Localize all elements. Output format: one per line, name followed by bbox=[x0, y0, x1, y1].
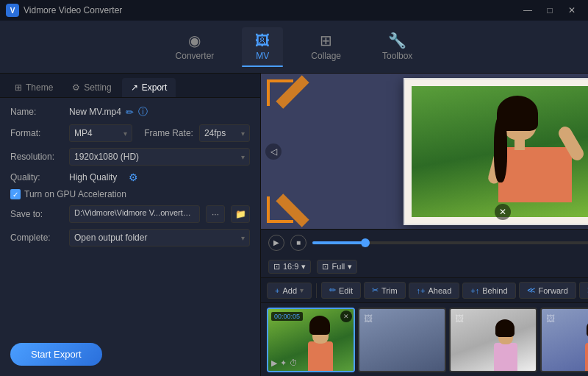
edit-icon: ✏ bbox=[329, 285, 336, 295]
timeline-item-1[interactable]: 00:00:05 ✕ ▶ ✦ ⏱ bbox=[267, 308, 355, 372]
timeline-thumb-4: 🖼 bbox=[542, 309, 588, 371]
progress-fill bbox=[312, 241, 365, 244]
aspect-ratio-value: 16:9 bbox=[283, 262, 298, 271]
backward-button[interactable]: ≫ Backward bbox=[579, 282, 588, 299]
tab-mv[interactable]: 🖼 MV bbox=[242, 27, 283, 67]
edit-name-icon[interactable]: ✏ bbox=[126, 107, 134, 118]
converter-icon: ◉ bbox=[188, 33, 201, 48]
collage-icon: ⊞ bbox=[320, 33, 332, 48]
ahead-button[interactable]: ↑+ Ahead bbox=[409, 283, 460, 299]
info-icon[interactable]: ⓘ bbox=[138, 105, 148, 118]
trim-button[interactable]: ✂ Trim bbox=[364, 282, 406, 299]
tab-toolbox[interactable]: 🔧 Toolbox bbox=[369, 27, 426, 67]
timeline-item-4[interactable]: 🖼 bbox=[540, 308, 588, 372]
sub-tab-theme-label: Theme bbox=[26, 82, 53, 93]
forward-button[interactable]: ≪ Forward bbox=[519, 282, 576, 299]
toolbar: + Add ▾ ✏ Edit ✂ Trim ↑+ Ahead +↑ Behind bbox=[261, 277, 588, 302]
trim-label: Trim bbox=[381, 286, 398, 295]
aspect-ratio-select[interactable]: ⊡ 16:9 ▾ bbox=[268, 260, 311, 274]
photo-icon-4: 🖼 bbox=[546, 313, 555, 324]
trim-icon: ✂ bbox=[372, 285, 379, 295]
behind-icon: +↑ bbox=[470, 286, 479, 295]
add-chevron: ▾ bbox=[300, 286, 304, 294]
sub-tab-export[interactable]: ↗ Export bbox=[122, 78, 176, 97]
sub-tab-setting-label: Setting bbox=[84, 82, 111, 93]
photo-inner bbox=[412, 86, 588, 217]
minimize-button[interactable]: — bbox=[517, 3, 538, 18]
tab-mv-label: MV bbox=[256, 51, 269, 61]
behind-button[interactable]: +↑ Behind bbox=[462, 283, 515, 299]
complete-label: Complete: bbox=[10, 233, 63, 243]
aspect-icon: ⊡ bbox=[273, 262, 280, 272]
toolbar-divider-1 bbox=[316, 283, 317, 298]
fit-mode-select[interactable]: ⊡ Full ▾ bbox=[317, 260, 357, 274]
app-title: Vidmore Video Converter bbox=[24, 5, 122, 15]
resolution-row: Resolution: 1920x1080 (HD) ▾ bbox=[10, 148, 250, 166]
saveto-label: Save to: bbox=[10, 209, 63, 219]
timeline-item-1-time: 00:00:05 bbox=[271, 312, 303, 321]
progress-bar[interactable] bbox=[312, 241, 588, 244]
framerate-select[interactable]: 24fps ▾ bbox=[199, 124, 250, 142]
setting-icon: ⚙ bbox=[72, 82, 80, 93]
add-button[interactable]: + Add ▾ bbox=[267, 283, 312, 299]
framerate-value: 24fps bbox=[204, 128, 226, 138]
app-icon: V bbox=[6, 4, 19, 17]
mv-icon: 🖼 bbox=[255, 33, 270, 48]
framerate-label: Frame Rate: bbox=[144, 128, 193, 138]
complete-chevron: ▾ bbox=[241, 234, 245, 242]
maximize-button[interactable]: □ bbox=[539, 3, 560, 18]
timeline-thumb-3: 🖼 bbox=[451, 309, 536, 371]
edit-button[interactable]: ✏ Edit bbox=[321, 282, 361, 299]
tab-converter[interactable]: ◉ Converter bbox=[162, 27, 228, 67]
preview-close-button[interactable]: ✕ bbox=[495, 204, 511, 220]
timeline-item-3[interactable]: 🖼 bbox=[449, 308, 537, 372]
sub-tabs: ⊞ Theme ⚙ Setting ↗ Export bbox=[0, 74, 260, 98]
timeline: 00:00:05 ✕ ▶ ✦ ⏱ 🖼 🖼 bbox=[261, 302, 588, 376]
quality-label: Quality: bbox=[10, 172, 63, 182]
photo-icon-3: 🖼 bbox=[455, 313, 464, 324]
preview-prev-button[interactable]: ◁ bbox=[265, 143, 282, 160]
quality-gear-icon[interactable]: ⚙ bbox=[129, 171, 138, 183]
controls-row2: ⊡ 16:9 ▾ ⊡ Full ▾ Start Export bbox=[261, 255, 588, 277]
timeline-item-1-close[interactable]: ✕ bbox=[340, 311, 352, 322]
resolution-label: Resolution: bbox=[10, 152, 63, 162]
preview-background: ◁ ▷ bbox=[261, 74, 588, 229]
resolution-value: 1920x1080 (HD) bbox=[74, 152, 139, 162]
player-controls: ▶ ■ 00:00:03.23/00:00:20.00 🔊 bbox=[261, 229, 588, 255]
sub-tab-theme[interactable]: ⊞ Theme bbox=[6, 78, 62, 97]
gpu-checkbox[interactable]: ✓ Turn on GPU Acceleration bbox=[10, 189, 126, 199]
tab-collage[interactable]: ⊞ Collage bbox=[298, 27, 354, 67]
play-button[interactable]: ▶ bbox=[268, 235, 284, 251]
timeline-thumb-2: 🖼 bbox=[359, 309, 445, 371]
complete-select[interactable]: Open output folder ▾ bbox=[69, 229, 250, 246]
quality-value: High Quality bbox=[69, 172, 117, 182]
gpu-checkbox-box[interactable]: ✓ bbox=[10, 189, 21, 199]
timeline-item-2[interactable]: 🖼 bbox=[358, 308, 446, 372]
play-small-icon: ▶ bbox=[271, 358, 277, 368]
start-export-left-button[interactable]: Start Export bbox=[10, 343, 102, 366]
complete-value: Open output folder bbox=[74, 233, 147, 243]
name-value-row: New MV.mp4 ✏ ⓘ bbox=[69, 105, 148, 118]
sub-tab-setting[interactable]: ⚙ Setting bbox=[63, 78, 120, 97]
clock-icon: ⏱ bbox=[290, 358, 298, 368]
name-value: New MV.mp4 bbox=[69, 107, 121, 117]
stop-button[interactable]: ■ bbox=[290, 235, 306, 251]
title-bar: V Vidmore Video Converter — □ ✕ bbox=[0, 0, 588, 21]
resolution-select[interactable]: 1920x1080 (HD) ▾ bbox=[69, 148, 250, 166]
title-bar-controls: — □ ✕ bbox=[517, 3, 582, 18]
format-select[interactable]: MP4 ▾ bbox=[69, 124, 132, 142]
export-form: Name: New MV.mp4 ✏ ⓘ Format: MP4 ▾ Frame… bbox=[0, 98, 260, 333]
save-path-more-button[interactable]: ··· bbox=[206, 205, 225, 223]
framerate-chevron: ▾ bbox=[241, 130, 245, 138]
format-value: MP4 bbox=[74, 128, 93, 138]
close-button[interactable]: ✕ bbox=[562, 3, 582, 18]
tab-toolbox-label: Toolbox bbox=[382, 51, 412, 61]
start-export-left-area: Start Export bbox=[0, 333, 260, 376]
photo-frame bbox=[404, 78, 588, 225]
save-path-browse-button[interactable]: 📁 bbox=[231, 205, 250, 223]
controls-row2-left: ⊡ 16:9 ▾ ⊡ Full ▾ bbox=[268, 260, 357, 274]
name-label: Name: bbox=[10, 107, 63, 117]
resolution-chevron: ▾ bbox=[241, 153, 245, 161]
ahead-label: Ahead bbox=[429, 286, 452, 295]
tab-converter-label: Converter bbox=[176, 51, 215, 61]
